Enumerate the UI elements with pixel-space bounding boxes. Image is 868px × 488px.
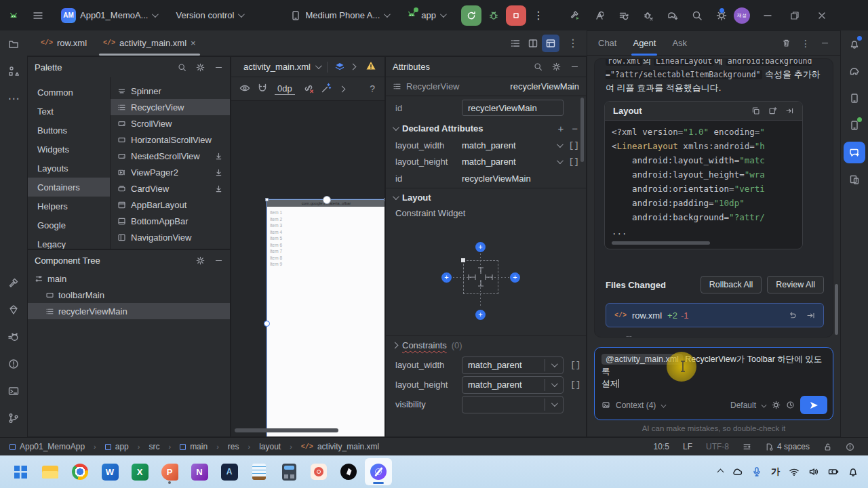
file-explorer-icon[interactable] (37, 458, 64, 485)
tree-node-recyclerview-selected[interactable]: recyclerViewMain (28, 303, 230, 319)
main-menu-icon[interactable] (33, 10, 43, 21)
obsidian-icon[interactable] (335, 458, 362, 485)
flag-icon[interactable]: [] (568, 157, 579, 167)
debug-button[interactable] (488, 10, 499, 21)
constraints-section-header[interactable]: Constraints (0) (386, 335, 586, 355)
tab-ask[interactable]: Ask (664, 31, 695, 56)
default-margin-selector[interactable]: 0dp (275, 83, 295, 95)
more-actions-icon[interactable]: ⋮ (533, 10, 544, 21)
palette-item[interactable]: NavigationView (111, 229, 230, 245)
notification-bell-icon[interactable] (848, 466, 859, 477)
run-config-selector[interactable]: app (406, 9, 445, 22)
notifications-icon[interactable] (841, 30, 868, 58)
palette-category[interactable]: Layouts (28, 159, 110, 178)
gear-icon[interactable] (196, 63, 205, 72)
layout-height-select[interactable]: match_parent (462, 376, 564, 394)
split-view-icon[interactable] (524, 38, 542, 49)
gear-icon[interactable] (196, 256, 205, 265)
chat-scrollbar[interactable] (835, 284, 838, 335)
revert-file-icon[interactable] (788, 311, 797, 320)
powerpoint-icon[interactable]: P (156, 458, 183, 485)
code-view-icon[interactable] (507, 38, 524, 49)
palette-category[interactable]: Text (28, 102, 110, 121)
rerun-button[interactable] (461, 5, 481, 26)
build-variants-icon[interactable] (618, 10, 629, 21)
palette-category[interactable]: Legacy (28, 235, 110, 249)
tree-node-toolbar[interactable]: toolbarMain (28, 287, 230, 303)
battery-icon[interactable] (828, 466, 839, 477)
layout-section-header[interactable]: Layout (386, 188, 586, 206)
constraint-widget[interactable]: + + + + (386, 220, 586, 335)
gradle-tool-icon[interactable] (841, 58, 868, 85)
chrome-icon[interactable] (66, 458, 94, 485)
attach-image-icon[interactable] (601, 401, 610, 409)
search-everywhere-icon[interactable] (692, 10, 703, 21)
prompt-settings-icon[interactable] (772, 401, 781, 409)
horizontal-scrollbar[interactable] (235, 428, 338, 432)
clear-constraints-icon[interactable] (303, 83, 314, 94)
code-horizontal-scrollbar[interactable] (612, 241, 710, 245)
more-tool-windows-icon[interactable]: ⋯ (0, 85, 27, 112)
palette-item[interactable]: AppBarLayout (111, 197, 230, 213)
layout-width-select[interactable]: match_parent (462, 357, 564, 374)
editor-options-icon[interactable]: ⋮ (568, 38, 578, 49)
palette-item[interactable]: ViewPager2 (111, 164, 230, 180)
design-file-label[interactable]: activity_main.xml (243, 62, 311, 72)
minimize-window-icon[interactable] (762, 10, 773, 21)
copy-code-icon[interactable] (751, 106, 760, 115)
caret-position[interactable]: 10:5 (654, 442, 669, 451)
tab-activity-main-xml[interactable]: </> activity_main.xml × (95, 30, 204, 56)
affinity-icon[interactable]: A (216, 458, 243, 485)
flag-icon[interactable]: [] (570, 360, 581, 370)
warning-icon[interactable] (366, 60, 376, 71)
user-avatar[interactable]: 재성 (734, 7, 750, 24)
view-options-icon[interactable] (239, 83, 250, 94)
project-widget[interactable]: AM App01_MemoA... (61, 8, 157, 23)
line-ending[interactable]: LF (683, 442, 692, 451)
palette-item[interactable]: CardView (111, 180, 230, 197)
review-all-button[interactable]: Review All (767, 276, 824, 293)
device-preview[interactable]: com.google.e...ateria..olbar Item 1 Item… (267, 199, 385, 437)
excel-icon[interactable]: X (126, 458, 153, 485)
context-selector[interactable]: Context (4) (616, 401, 656, 410)
app-quality-insights-icon[interactable] (0, 296, 27, 323)
logcat-tool-icon[interactable] (0, 323, 27, 350)
terminal-tool-icon[interactable] (0, 378, 27, 405)
resize-handle-top[interactable] (323, 196, 331, 204)
dropdown-icon[interactable] (557, 141, 564, 148)
indent-icon[interactable] (743, 443, 751, 451)
insert-at-cursor-icon[interactable] (785, 106, 794, 115)
snipping-tool-icon[interactable] (305, 458, 332, 485)
palette-item[interactable]: NestedScrollView (111, 148, 230, 164)
palette-category[interactable]: Helpers (28, 197, 110, 216)
gemini-chat-icon[interactable] (841, 139, 868, 166)
breadcrumb[interactable]: App01_MemoApp› app› src› main› res› layo… (9, 442, 379, 451)
palette-item[interactable]: HorizontalScrollView (111, 131, 230, 148)
delete-conversation-icon[interactable] (782, 39, 791, 47)
word-icon[interactable]: W (96, 458, 123, 485)
palette-category[interactable]: Google (28, 216, 110, 235)
constraint-anchor-right[interactable]: + (510, 272, 520, 283)
vcs-widget[interactable]: Version control (176, 10, 243, 20)
design-mode-icon[interactable] (334, 62, 345, 73)
thumbs-up-icon[interactable] (606, 336, 614, 338)
close-window-icon[interactable] (816, 10, 827, 21)
search-icon[interactable] (178, 63, 186, 72)
history-icon[interactable] (786, 401, 795, 409)
apply-file-icon[interactable] (806, 311, 815, 320)
declared-attributes-header[interactable]: Declared Attributes +− (386, 119, 586, 137)
volume-icon[interactable] (808, 466, 819, 477)
notepad-icon[interactable] (245, 458, 273, 485)
start-button[interactable] (7, 458, 34, 485)
build-run-icon[interactable] (570, 10, 580, 21)
design-view-icon[interactable] (542, 35, 559, 52)
profile-app-icon[interactable] (594, 10, 605, 21)
gradle-sync-icon[interactable] (667, 10, 678, 21)
selection-corner[interactable] (265, 198, 269, 201)
gear-icon[interactable] (552, 62, 561, 71)
attach-debugger-icon[interactable] (643, 10, 654, 21)
anchor-handle-left[interactable] (264, 321, 270, 327)
constraint-widget-box[interactable] (463, 260, 498, 294)
restore-window-icon[interactable] (789, 10, 800, 21)
palette-category[interactable]: Buttons (28, 121, 110, 140)
